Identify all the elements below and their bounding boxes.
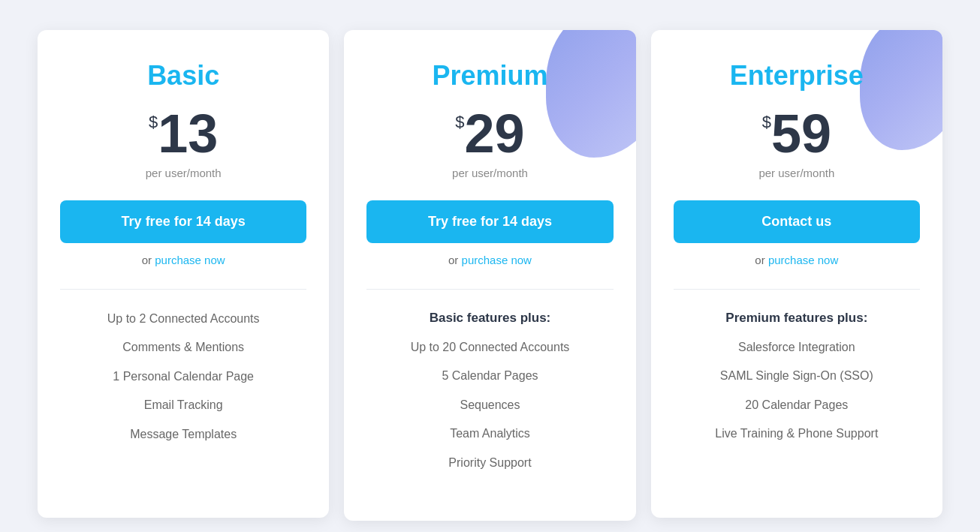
price-period: per user/month [146, 167, 222, 179]
divider [674, 289, 920, 290]
plan-name-basic: Basic [147, 60, 219, 92]
price-block-premium: $ 29 [455, 107, 524, 161]
purchase-prefix: or [142, 254, 155, 266]
pricing-container: Basic $ 13 per user/month Try free for 1… [15, 15, 965, 532]
currency-symbol: $ [455, 113, 464, 132]
features-section-basic: Up to 2 Connected AccountsComments & Men… [60, 311, 306, 455]
pricing-card-premium: Premium $ 29 per user/month Try free for… [344, 30, 635, 521]
price-number: 29 [465, 107, 525, 161]
pricing-card-enterprise: Enterprise $ 59 per user/month Contact u… [651, 30, 942, 518]
feature-item: 1 Personal Calendar Page [60, 368, 306, 385]
price-block-basic: $ 13 [149, 107, 218, 161]
feature-item: Up to 20 Connected Accounts [366, 339, 613, 356]
features-section-premium: Basic features plus: Up to 20 Connected … [366, 311, 613, 483]
cta-button-premium[interactable]: Try free for 14 days [366, 200, 613, 243]
price-period: per user/month [758, 167, 834, 179]
feature-item: 5 Calendar Pages [366, 368, 613, 384]
cta-button-basic[interactable]: Try free for 14 days [60, 200, 306, 243]
price-number: 13 [158, 107, 218, 161]
features-header: Basic features plus: [366, 311, 613, 326]
price-number: 59 [771, 107, 831, 161]
purchase-link-basic[interactable]: purchase now [155, 254, 225, 266]
feature-item: Salesforce Integration [674, 339, 920, 356]
feature-item: Priority Support [366, 455, 613, 471]
plan-name-premium: Premium [432, 60, 547, 92]
cta-button-enterprise[interactable]: Contact us [674, 200, 920, 243]
feature-item: Comments & Mentions [60, 339, 306, 356]
divider [60, 289, 306, 290]
price-period: per user/month [452, 167, 528, 179]
feature-item: Team Analytics [366, 425, 613, 442]
purchase-link-row: or purchase now [142, 254, 225, 266]
price-block-enterprise: $ 59 [762, 107, 831, 161]
feature-item: Sequences [366, 397, 613, 413]
feature-item: Message Templates [60, 426, 306, 443]
pricing-card-basic: Basic $ 13 per user/month Try free for 1… [38, 30, 329, 518]
features-section-enterprise: Premium features plus: Salesforce Integr… [674, 311, 920, 455]
purchase-prefix: or [448, 254, 462, 266]
feature-item: Up to 2 Connected Accounts [60, 311, 306, 327]
features-header: Premium features plus: [674, 311, 920, 326]
purchase-link-premium[interactable]: purchase now [462, 254, 532, 266]
purchase-prefix: or [755, 254, 768, 266]
purchase-link-enterprise[interactable]: purchase now [768, 254, 838, 266]
plan-name-enterprise: Enterprise [730, 60, 864, 92]
purchase-link-row: or purchase now [448, 254, 532, 266]
purchase-link-row: or purchase now [755, 254, 838, 266]
feature-item: Email Tracking [60, 397, 306, 413]
feature-item: Live Training & Phone Support [674, 425, 920, 442]
divider [366, 289, 613, 290]
feature-item: 20 Calendar Pages [674, 397, 920, 413]
feature-item: SAML Single Sign-On (SSO) [674, 368, 920, 384]
currency-symbol: $ [149, 113, 158, 132]
currency-symbol: $ [762, 113, 771, 132]
